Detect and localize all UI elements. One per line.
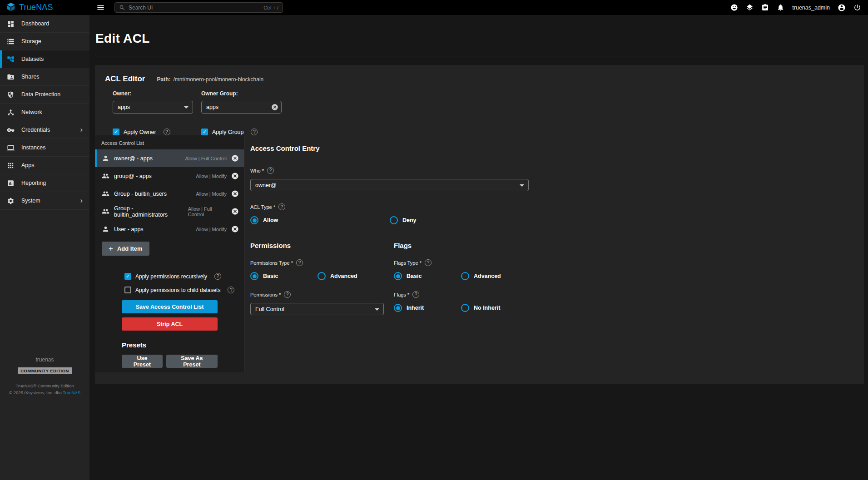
jobs-icon[interactable] <box>761 4 769 11</box>
acl-entry-row[interactable]: Group - builtin_administrators Allow | F… <box>95 203 244 220</box>
sidebar-footer: truenas COMMUNITY EDITION TrueNAS® Commu… <box>0 356 89 396</box>
permissions-label: Permissions * <box>250 292 281 297</box>
help-icon[interactable]: ? <box>412 291 419 298</box>
delete-entry-icon[interactable] <box>231 225 239 233</box>
who-select[interactable]: owner@ <box>250 179 529 191</box>
search-input[interactable] <box>129 5 260 11</box>
help-icon[interactable]: ? <box>251 129 258 135</box>
add-item-button[interactable]: + Add Item <box>102 242 149 256</box>
sidebar-item-network[interactable]: Network <box>0 104 89 121</box>
who-label: Who * <box>250 168 264 173</box>
edition-badge: COMMUNITY EDITION <box>18 367 71 374</box>
sidebar-item-label: Credentials <box>21 127 50 133</box>
account-icon[interactable] <box>838 4 846 12</box>
main-content: Edit ACL ACL Editor Path: /mnt/monero-po… <box>89 15 868 480</box>
sidebar-item-label: Network <box>21 109 42 115</box>
acl-entry-row[interactable]: Group - builtin_users Allow | Modify <box>95 185 244 203</box>
delete-entry-icon[interactable] <box>231 190 239 198</box>
acl-entry-row[interactable]: owner@ - apps Allow | Full Control <box>95 149 244 167</box>
menu-icon[interactable] <box>96 3 105 12</box>
truenas-link[interactable]: TrueNAS <box>63 390 80 395</box>
sidebar-item-label: Datasets <box>21 56 44 62</box>
sidebar-item-reporting[interactable]: Reporting <box>0 174 89 192</box>
group-icon <box>102 172 109 180</box>
radio-label: Allow <box>263 217 278 223</box>
radio-label: Basic <box>407 273 422 279</box>
use-preset-button[interactable]: Use Preset <box>122 355 163 368</box>
sidebar-item-data-protection[interactable]: Data Protection <box>0 86 89 104</box>
acl-entry-row[interactable]: group@ - apps Allow | Modify <box>95 167 244 185</box>
owner-select[interactable]: apps <box>113 101 193 114</box>
acl-entry-permission: Allow | Full Control <box>185 156 227 161</box>
sidebar-item-dashboard[interactable]: Dashboard <box>0 15 89 33</box>
permissions-heading: Permissions <box>250 242 394 249</box>
alerts-icon[interactable] <box>777 4 784 11</box>
flags-inherit-radio[interactable]: Inherit <box>394 304 461 312</box>
layers-icon[interactable] <box>746 4 754 11</box>
help-icon[interactable]: ? <box>425 259 432 266</box>
permissions-section: Permissions Permissions Type * ? Basic <box>250 242 394 315</box>
help-icon[interactable]: ? <box>214 273 221 280</box>
acl-entry-name: group@ - apps <box>114 173 152 179</box>
radio-icon <box>250 272 258 280</box>
permissions-type-basic-radio[interactable]: Basic <box>250 272 317 280</box>
acl-type-allow-radio[interactable]: Allow <box>250 216 390 224</box>
help-icon[interactable]: ? <box>296 259 303 266</box>
help-icon[interactable]: ? <box>284 291 291 298</box>
chevron-right-icon <box>78 127 85 134</box>
power-icon[interactable] <box>853 4 861 11</box>
save-as-preset-button[interactable]: Save As Preset <box>166 355 218 368</box>
search-shortcut: Ctrl + / <box>263 5 278 10</box>
instances-icon <box>7 144 15 152</box>
sidebar-item-credentials[interactable]: Credentials <box>0 121 89 139</box>
acl-entry-row[interactable]: User - apps Allow | Modify <box>95 220 244 238</box>
help-icon[interactable]: ? <box>267 167 274 174</box>
radio-icon <box>461 304 469 312</box>
owner-group-select[interactable]: apps <box>201 101 282 114</box>
delete-entry-icon[interactable] <box>231 154 239 162</box>
help-icon[interactable]: ? <box>278 203 285 210</box>
save-acl-button[interactable]: Save Access Control List <box>122 300 218 313</box>
sidebar-item-apps[interactable]: Apps <box>0 157 89 174</box>
username-label[interactable]: truenas_admin <box>792 5 830 11</box>
sidebar-item-instances[interactable]: Instances <box>0 139 89 157</box>
apply-owner-checkbox[interactable]: ✓ <box>113 129 119 135</box>
child-datasets-row: Apply permissions to child datasets ? <box>124 287 218 293</box>
delete-entry-icon[interactable] <box>231 172 239 180</box>
acl-editor-header: ACL Editor Path: /mnt/monero-pool/monero… <box>95 65 864 135</box>
acl-type-deny-radio[interactable]: Deny <box>390 216 417 224</box>
radio-label: Inherit <box>407 305 424 311</box>
acl-entry-permission: Allow | Full Control <box>188 206 227 217</box>
child-datasets-checkbox[interactable] <box>124 287 131 293</box>
owner-label: Owner: <box>113 90 193 97</box>
delete-entry-icon[interactable] <box>231 208 239 215</box>
radio-icon <box>390 216 398 224</box>
permissions-type-advanced-radio[interactable]: Advanced <box>317 272 357 280</box>
clear-icon[interactable] <box>271 104 278 111</box>
sidebar-item-label: Instances <box>21 144 46 151</box>
permissions-select[interactable]: Full Control <box>250 303 384 315</box>
flags-type-basic-radio[interactable]: Basic <box>394 272 461 280</box>
sidebar-item-storage[interactable]: Storage <box>0 33 89 50</box>
help-icon[interactable]: ? <box>164 129 170 135</box>
flags-type-advanced-radio[interactable]: Advanced <box>461 272 501 280</box>
sidebar-item-shares[interactable]: Shares <box>0 68 89 86</box>
apply-group-checkbox[interactable]: ✓ <box>201 129 208 135</box>
truenas-logo[interactable]: TrueNAS <box>0 2 89 14</box>
radio-icon <box>317 272 326 280</box>
hostname-label: truenas <box>35 356 54 363</box>
acl-entry-permission: Allow | Modify <box>196 191 227 197</box>
presets-heading: Presets <box>122 341 218 349</box>
card-footer <box>95 372 864 384</box>
path-value: /mnt/monero-pool/monero-blockchain <box>173 76 263 83</box>
sidebar-item-label: Apps <box>21 162 35 168</box>
apply-group-label: Apply Group <box>212 129 243 135</box>
search-box[interactable]: Ctrl + / <box>114 2 283 13</box>
help-icon[interactable]: ? <box>228 287 234 293</box>
strip-acl-button[interactable]: Strip ACL <box>122 317 218 331</box>
sidebar-item-datasets[interactable]: Datasets <box>0 50 89 68</box>
recursive-checkbox[interactable]: ✓ <box>124 273 131 280</box>
feedback-icon[interactable] <box>730 4 738 11</box>
flags-no-inherit-radio[interactable]: No Inherit <box>461 304 500 312</box>
sidebar-item-system[interactable]: System <box>0 192 89 210</box>
